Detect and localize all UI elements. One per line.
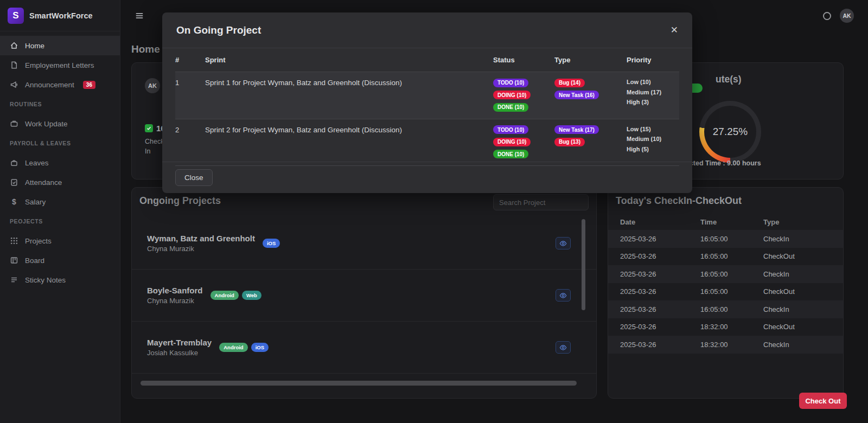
- sidebar-item-board[interactable]: Board: [0, 251, 120, 270]
- sprint-type: Bug (14) New Task (16): [554, 77, 627, 114]
- ongoing-projects-card: Ongoing Projects Wyman, Batz and Greenho…: [131, 187, 597, 399]
- checkin-checkout-title: Today's CheckIn-CheckOut: [616, 195, 742, 207]
- priority-high: High (3): [627, 97, 676, 107]
- att-time: 16:05:00: [700, 235, 763, 243]
- type-new-task-badge: New Task (16): [554, 91, 599, 99]
- sidebar-item-projects[interactable]: Projects: [0, 231, 120, 251]
- att-type: CheckIn: [763, 341, 843, 349]
- sidebar-item-label: Work Update: [25, 120, 68, 128]
- att-date: 2025-03-26: [620, 252, 700, 260]
- status-todo-badge: TODO (10): [493, 79, 528, 87]
- checkin-label-line1: Check: [145, 138, 164, 145]
- sidebar-item-employement-letters[interactable]: Employement Letters: [0, 55, 120, 75]
- vertical-scrollbar[interactable]: [582, 219, 585, 310]
- sprint-row: 2 Sprint 2 for Project Wyman, Batz and G…: [175, 119, 679, 166]
- brand-name: SmartWorkForce: [29, 11, 93, 20]
- sprint-name: Sprint 2 for Project Wyman, Batz and Gre…: [205, 124, 493, 161]
- att-date: 2025-03-26: [620, 235, 700, 243]
- att-time: 16:05:00: [700, 305, 763, 313]
- gauge-ring: 27.25%: [699, 101, 761, 163]
- sidebar-item-label: Attendance: [25, 178, 62, 187]
- sprint-num: 2: [175, 124, 205, 161]
- att-date: 2025-03-26: [620, 270, 700, 278]
- view-project-button[interactable]: [556, 237, 571, 249]
- status-ring-icon[interactable]: [823, 12, 831, 20]
- project-name: Boyle-Sanford: [147, 286, 203, 295]
- attendance-row: 2025-03-2616:05:00CheckOut: [608, 283, 843, 301]
- col-num: #: [175, 56, 205, 64]
- gauge-value: 27.25%: [713, 126, 748, 138]
- user-avatar[interactable]: AK: [840, 9, 854, 23]
- sidebar-item-work-update[interactable]: Work Update: [0, 114, 120, 133]
- att-date: 2025-03-26: [620, 287, 700, 296]
- brand: S SmartWorkForce: [0, 0, 120, 31]
- sprint-status: TODO (10) DOING (10) DONE (10): [493, 124, 554, 161]
- gauge-center: 27.25%: [704, 106, 756, 158]
- col-header-time: Time: [700, 218, 763, 226]
- modal-footer: Close: [162, 162, 692, 193]
- sidebar-section-projects: PEOJECTS: [0, 211, 120, 231]
- summary-avatar: AK: [145, 78, 160, 93]
- hamburger-menu-icon[interactable]: [135, 11, 144, 20]
- sidebar-item-salary[interactable]: $ Salary: [0, 192, 120, 211]
- project-list: Wyman, Batz and Greenholt Chyna Murazik …: [132, 217, 596, 374]
- sidebar-item-announcement[interactable]: Announcement 36: [0, 75, 120, 94]
- att-type: CheckOut: [763, 252, 843, 260]
- sidebar-item-label: Projects: [25, 237, 52, 245]
- att-time: 18:32:00: [700, 341, 763, 349]
- tag-ios: iOS: [251, 343, 269, 352]
- sprint-priority: Low (10) Medium (17) High (3): [627, 77, 679, 114]
- project-tags: Android Web: [210, 291, 261, 300]
- sidebar-item-label: Announcement: [25, 81, 74, 89]
- sprint-priority: Low (15) Medium (10) High (5): [627, 124, 679, 161]
- project-owner: Chyna Murazik: [147, 245, 255, 253]
- search-project-input[interactable]: [493, 194, 589, 210]
- att-date: 2025-03-26: [620, 341, 700, 349]
- tag-web: Web: [242, 291, 261, 300]
- sprint-num: 1: [175, 77, 205, 114]
- project-tags: Android iOS: [219, 343, 269, 352]
- sidebar-item-home[interactable]: Home: [0, 36, 120, 55]
- checkin-checkout-card: Today's CheckIn-CheckOut Date Time Type …: [608, 187, 844, 399]
- check-out-button[interactable]: Check Out: [799, 393, 847, 409]
- att-time: 18:32:00: [700, 323, 763, 331]
- modal-close-icon[interactable]: ✕: [671, 25, 678, 35]
- sidebar-item-leaves[interactable]: Leaves: [0, 153, 120, 172]
- project-text: Mayert-Tremblay Josiah Kassulke: [147, 338, 212, 357]
- sidebar-item-label: Board: [25, 257, 44, 265]
- horizontal-scrollbar[interactable]: [141, 381, 577, 386]
- sidebar-item-label: Salary: [25, 198, 46, 206]
- status-todo-badge: TODO (10): [493, 125, 528, 134]
- sidebar-item-label: Home: [25, 42, 44, 50]
- document-icon: [10, 61, 18, 69]
- sidebar-item-attendance[interactable]: Attendance: [0, 172, 120, 192]
- status-done-badge: DONE (10): [493, 150, 528, 158]
- tag-ios: iOS: [263, 239, 280, 248]
- sprint-status: TODO (10) DOING (10) DONE (10): [493, 77, 554, 114]
- ongoing-project-modal: On Going Project ✕ # Sprint Status Type …: [162, 12, 692, 193]
- status-doing-badge: DOING (10): [493, 91, 531, 99]
- project-tags: iOS: [263, 239, 280, 248]
- att-time: 16:05:00: [700, 252, 763, 260]
- clipboard-check-icon: [10, 178, 18, 187]
- attendance-header-row: Date Time Type: [608, 214, 843, 230]
- sidebar-section-routines: ROUTINES: [0, 94, 120, 114]
- modal-header: On Going Project ✕: [162, 12, 692, 48]
- col-type: Type: [554, 56, 627, 64]
- view-project-button[interactable]: [556, 289, 571, 302]
- modal-close-button[interactable]: Close: [175, 169, 213, 186]
- dollar-icon: $: [10, 197, 18, 206]
- type-new-task-badge: New Task (17): [554, 125, 599, 134]
- attendance-row: 2025-03-2616:05:00CheckIn: [608, 265, 843, 283]
- megaphone-icon: [10, 80, 18, 89]
- sidebar-item-sticky-notes[interactable]: Sticky Notes: [0, 270, 120, 290]
- view-project-button[interactable]: [556, 341, 571, 354]
- att-time: 16:05:00: [700, 287, 763, 296]
- project-text: Boyle-Sanford Chyna Murazik: [147, 286, 203, 305]
- bag-icon: [10, 158, 18, 167]
- status-done-badge: DONE (10): [493, 103, 528, 112]
- att-time: 16:05:00: [700, 270, 763, 278]
- attendance-row: 2025-03-2616:05:00CheckOut: [608, 248, 843, 266]
- priority-low: Low (10): [627, 77, 676, 87]
- ongoing-projects-title: Ongoing Projects: [139, 195, 221, 207]
